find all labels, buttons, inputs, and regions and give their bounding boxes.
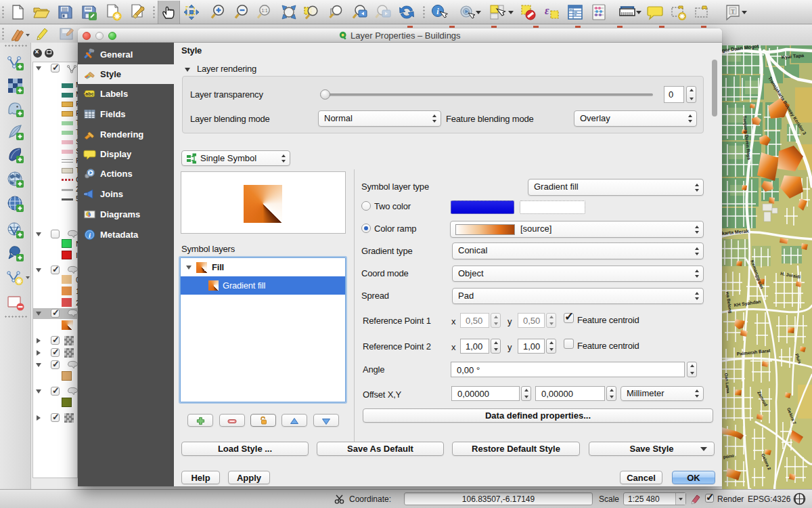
svg-text:1:1: 1:1 <box>261 8 267 13</box>
svg-text:T: T <box>731 8 735 15</box>
svg-text:ε: ε <box>545 5 549 16</box>
svg-text:abc: abc <box>85 91 93 97</box>
